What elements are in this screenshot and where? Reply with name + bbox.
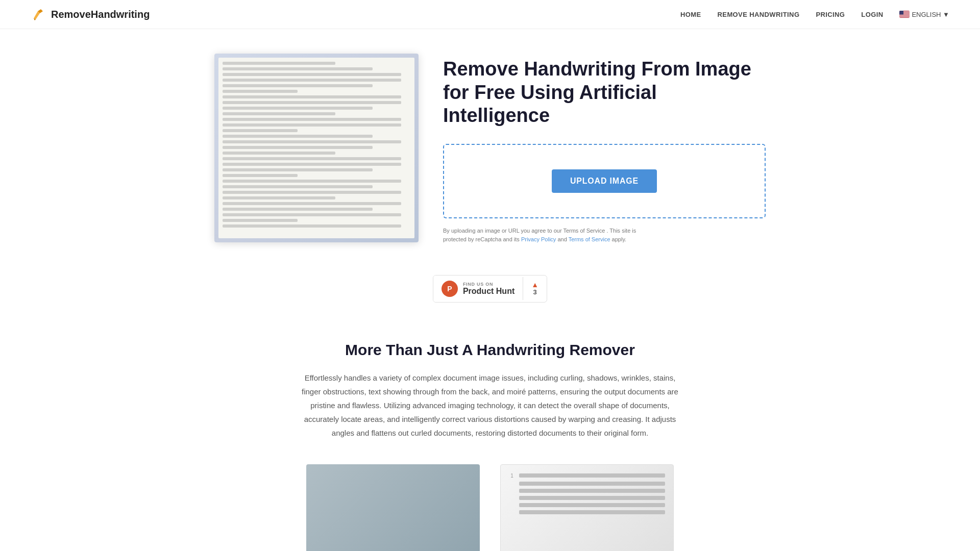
upload-dropzone[interactable]: UPLOAD IMAGE <box>443 144 766 218</box>
doc-bar <box>519 496 665 500</box>
doc-line <box>223 224 401 228</box>
doc-line <box>223 213 401 216</box>
section-more-title: More Than Just A Handwriting Remover <box>214 341 766 359</box>
ph-badge-left: P FIND US ON Product Hunt <box>433 276 523 302</box>
doc-line <box>223 118 401 121</box>
doc-bar <box>519 489 665 493</box>
doc-line <box>223 107 373 110</box>
ph-badge-right: ▲ 3 <box>523 277 547 300</box>
flag-icon <box>899 11 910 18</box>
ph-text-area: FIND US ON Product Hunt <box>463 282 514 296</box>
doc-line <box>223 163 401 166</box>
logo[interactable]: RemoveHandwriting <box>31 6 150 22</box>
doc-row <box>509 482 665 486</box>
doc-line <box>223 146 373 149</box>
privacy-policy-link[interactable]: Privacy Policy <box>521 236 556 242</box>
navbar: RemoveHandwriting HOME REMOVE HANDWRITIN… <box>0 0 980 29</box>
doc-line <box>223 95 401 98</box>
doc-row <box>509 503 665 507</box>
language-label: ENGLISH ▼ <box>912 11 949 18</box>
ph-logo-icon: P <box>442 281 458 297</box>
bottom-preview-images: 1 <box>214 464 766 551</box>
doc-line <box>223 168 373 171</box>
product-hunt-badge[interactable]: P FIND US ON Product Hunt ▲ 3 <box>433 275 547 303</box>
upload-note: By uploading an image or URL you agree t… <box>443 227 657 244</box>
ph-product-name: Product Hunt <box>463 287 514 296</box>
doc-line <box>223 84 373 87</box>
doc-line <box>223 79 401 82</box>
doc-bar <box>519 510 665 514</box>
doc-line <box>223 112 335 115</box>
ph-find-us-label: FIND US ON <box>463 282 514 287</box>
doc-line <box>223 101 401 104</box>
preview-image-left <box>306 464 480 551</box>
svg-rect-5 <box>899 16 910 16</box>
doc-bar <box>519 482 665 486</box>
preview-doc-content: 1 <box>509 473 665 547</box>
doc-line <box>223 135 373 138</box>
doc-line <box>223 90 298 93</box>
doc-line <box>223 208 373 211</box>
language-selector[interactable]: ENGLISH ▼ <box>899 11 949 18</box>
doc-line <box>223 67 373 70</box>
doc-line <box>223 185 373 188</box>
hero-image-wrapper <box>214 54 419 242</box>
nav-pricing[interactable]: PRICING <box>816 11 845 18</box>
doc-line <box>223 123 401 127</box>
nav-home[interactable]: HOME <box>680 11 701 18</box>
doc-line <box>223 202 401 205</box>
upload-button[interactable]: UPLOAD IMAGE <box>552 169 657 193</box>
doc-line <box>223 62 335 65</box>
doc-row <box>509 489 665 493</box>
doc-bar <box>519 473 665 478</box>
doc-line <box>223 180 401 183</box>
upload-note-apply: apply. <box>612 236 627 242</box>
svg-rect-7 <box>899 11 903 15</box>
doc-bar <box>519 503 665 507</box>
doc-row: 1 <box>509 473 665 479</box>
svg-rect-6 <box>899 17 910 17</box>
nav-login[interactable]: LOGIN <box>861 11 883 18</box>
section-more-than: More Than Just A Handwriting Remover Eff… <box>184 321 796 551</box>
hero-title: Remove Handwriting From Image for Free U… <box>443 58 766 128</box>
upload-note-and: and <box>557 236 567 242</box>
product-hunt-section: P FIND US ON Product Hunt ▲ 3 <box>0 265 980 321</box>
doc-line <box>223 157 401 160</box>
ph-upvote-arrow: ▲ <box>531 281 538 288</box>
hero-right: Remove Handwriting From Image for Free U… <box>443 54 766 244</box>
svg-rect-4 <box>899 15 910 15</box>
preview-image-right: 1 <box>500 464 674 551</box>
doc-line <box>223 73 401 76</box>
doc-line <box>223 152 335 155</box>
doc-row <box>509 496 665 500</box>
doc-lines <box>223 62 410 234</box>
doc-line <box>223 219 298 222</box>
doc-line <box>223 196 335 199</box>
ph-vote-count: 3 <box>533 288 537 296</box>
doc-num: 1 <box>509 473 515 479</box>
doc-line <box>223 191 401 194</box>
section-more-description: Effortlessly handles a variety of comple… <box>301 371 679 440</box>
doc-line <box>223 140 401 143</box>
hero-section: Remove Handwriting From Image for Free U… <box>184 29 796 265</box>
logo-label: RemoveHandwriting <box>51 9 150 20</box>
doc-line <box>223 129 298 132</box>
doc-row <box>509 510 665 514</box>
nav-remove-handwriting[interactable]: REMOVE HANDWRITING <box>718 11 800 18</box>
nav-links: HOME REMOVE HANDWRITING PRICING LOGIN EN… <box>680 11 949 18</box>
hero-document-image <box>214 54 419 242</box>
terms-of-service-link[interactable]: Terms of Service <box>569 236 610 242</box>
logo-icon <box>31 6 47 22</box>
doc-line <box>223 174 298 177</box>
